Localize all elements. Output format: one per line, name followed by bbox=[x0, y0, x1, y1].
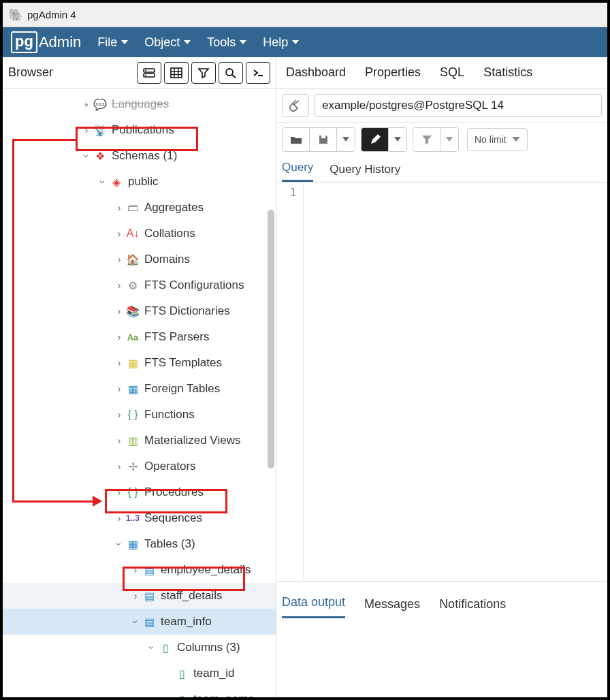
tree-node-tables[interactable]: › ▦ Tables (3) bbox=[3, 531, 276, 557]
tree-label: Collations bbox=[144, 227, 195, 240]
chevron-right-icon: › bbox=[113, 357, 125, 368]
columns-icon: ▯ bbox=[158, 641, 173, 654]
tree-label: public bbox=[128, 175, 158, 189]
connection-status-icon[interactable] bbox=[282, 94, 309, 117]
tables-icon: ▦ bbox=[125, 538, 140, 551]
browser-btn-server[interactable] bbox=[137, 62, 161, 84]
tree-node-fts-parsers[interactable]: › Aa FTS Parsers bbox=[3, 324, 276, 350]
filter-dropdown[interactable] bbox=[440, 128, 458, 151]
chevron-down-icon bbox=[512, 137, 520, 142]
tree-node-fts-config[interactable]: › ⚙ FTS Configurations bbox=[3, 272, 276, 298]
tab-properties[interactable]: Properties bbox=[365, 65, 421, 80]
annotation-arrow-head bbox=[93, 496, 102, 507]
output-tab-messages[interactable]: Messages bbox=[364, 597, 420, 618]
tree-node-domains[interactable]: › 🏠 Domains bbox=[3, 246, 276, 272]
tree-label: Operators bbox=[144, 460, 196, 473]
menu-object[interactable]: Object bbox=[144, 35, 191, 50]
tree-label: FTS Configurations bbox=[144, 279, 244, 292]
tree-label: Publications bbox=[112, 123, 174, 137]
editor-code-area[interactable] bbox=[304, 182, 607, 581]
chevron-right-icon: › bbox=[113, 409, 125, 420]
open-file-button[interactable] bbox=[283, 128, 310, 151]
procedures-icon: { } bbox=[125, 486, 140, 498]
browser-btn-terminal[interactable] bbox=[246, 62, 270, 84]
chevron-right-icon: › bbox=[80, 99, 93, 110]
aggregates-icon: 🗃 bbox=[125, 202, 140, 214]
pgadmin-logo[interactable]: pgAdmin bbox=[11, 31, 81, 53]
tree-label: team_id bbox=[193, 667, 234, 680]
menu-tools[interactable]: Tools bbox=[207, 35, 246, 50]
tree-node-team-id[interactable]: ▯ team_id bbox=[3, 661, 276, 686]
tree-label: staff_details bbox=[161, 589, 222, 603]
tree-label: Sequences bbox=[144, 511, 202, 525]
chevron-right-icon: › bbox=[113, 332, 125, 343]
filter-button[interactable] bbox=[413, 128, 440, 151]
tree-label: employee_details bbox=[161, 563, 251, 577]
foreign-tables-icon: ▦ bbox=[125, 383, 140, 396]
menu-help[interactable]: Help bbox=[263, 35, 299, 50]
save-dropdown[interactable] bbox=[337, 128, 355, 151]
tab-statistics[interactable]: Statistics bbox=[483, 65, 532, 80]
browser-btn-filter[interactable] bbox=[191, 62, 216, 84]
editor-gutter: 1 bbox=[276, 182, 304, 581]
tree-label: FTS Parsers bbox=[144, 330, 209, 344]
main-menubar: pgAdmin File Object Tools Help bbox=[3, 27, 607, 57]
save-button[interactable] bbox=[310, 128, 337, 151]
connection-label[interactable]: example/postgres@PostgreSQL 14 bbox=[315, 94, 602, 117]
object-tree[interactable]: › 💬 Languages › 📡 Publications › ❖ Schem… bbox=[3, 89, 276, 697]
tree-node-languages[interactable]: › 💬 Languages bbox=[3, 91, 276, 117]
mat-views-icon: ▥ bbox=[125, 434, 140, 447]
edit-button[interactable] bbox=[362, 128, 389, 151]
tree-node-foreign-tables[interactable]: › ▦ Foreign Tables bbox=[3, 376, 276, 402]
window-title: pgAdmin 4 bbox=[27, 9, 76, 20]
fts-config-icon: ⚙ bbox=[125, 279, 140, 292]
connection-row: example/postgres@PostgreSQL 14 bbox=[276, 89, 607, 123]
svg-point-2 bbox=[145, 69, 146, 71]
tab-dashboard[interactable]: Dashboard bbox=[286, 65, 346, 80]
tree-label: Foreign Tables bbox=[144, 382, 220, 396]
tree-node-team-name[interactable]: ▯ team_name bbox=[3, 686, 276, 697]
tree-node-staff-details[interactable]: › ▤ staff_details bbox=[3, 583, 276, 609]
fts-parsers-icon: Aa bbox=[125, 332, 140, 343]
tree-node-fts-dict[interactable]: › 📚 FTS Dictionaries bbox=[3, 298, 276, 324]
tree-node-functions[interactable]: › { } Functions bbox=[3, 402, 276, 428]
tree-node-mat-views[interactable]: › ▥ Materialized Views bbox=[3, 428, 276, 454]
menu-file[interactable]: File bbox=[97, 35, 128, 50]
tree-node-collations[interactable]: › A↓ Collations bbox=[3, 221, 276, 246]
tree-label: team_name bbox=[193, 693, 255, 697]
tree-node-employee-details[interactable]: › ▤ employee_details bbox=[3, 557, 276, 583]
query-tab-history[interactable]: Query History bbox=[330, 163, 400, 182]
chevron-down-icon: › bbox=[146, 641, 157, 654]
tree-node-columns[interactable]: › ▯ Columns (3) bbox=[3, 635, 276, 661]
annotation-arrow-vertical bbox=[12, 139, 14, 503]
output-tab-notifications[interactable]: Notifications bbox=[439, 597, 506, 618]
output-tab-data[interactable]: Data output bbox=[282, 595, 345, 618]
query-tab-query[interactable]: Query bbox=[282, 161, 313, 182]
tree-node-team-info[interactable]: › ▤ team_info bbox=[3, 609, 276, 635]
tree-node-fts-templates[interactable]: › ▦ FTS Templates bbox=[3, 350, 276, 376]
collations-icon: A↓ bbox=[125, 227, 140, 240]
svg-marker-13 bbox=[394, 137, 401, 142]
chevron-right-icon: › bbox=[113, 513, 125, 524]
chevron-right-icon: › bbox=[129, 564, 142, 575]
tree-node-schemas[interactable]: › ❖ Schemas (1) bbox=[3, 143, 276, 169]
browser-btn-table[interactable] bbox=[164, 62, 189, 84]
tree-node-aggregates[interactable]: › 🗃 Aggregates bbox=[3, 195, 276, 221]
browser-btn-search[interactable] bbox=[219, 62, 243, 84]
annotation-arrow-bottom bbox=[12, 500, 95, 503]
svg-point-9 bbox=[226, 69, 233, 76]
tree-node-operators[interactable]: › ✢ Operators bbox=[3, 454, 276, 479]
chevron-right-icon: › bbox=[113, 228, 125, 239]
edit-dropdown[interactable] bbox=[389, 128, 406, 151]
tree-node-public[interactable]: › ◈ public bbox=[3, 169, 276, 195]
workspace: Browser › 💬 Languages › 📡 bbox=[3, 57, 607, 697]
query-editor[interactable]: 1 bbox=[276, 182, 607, 582]
table-icon: ▤ bbox=[142, 616, 157, 629]
tree-label: FTS Dictionaries bbox=[144, 304, 230, 318]
chevron-right-icon: › bbox=[113, 461, 125, 472]
svg-rect-4 bbox=[171, 68, 182, 78]
tree-node-sequences[interactable]: › 1..3 Sequences bbox=[3, 505, 276, 531]
limit-selector[interactable]: No limit bbox=[467, 128, 528, 151]
tab-sql[interactable]: SQL bbox=[440, 65, 464, 80]
tree-label: Languages bbox=[112, 97, 169, 111]
